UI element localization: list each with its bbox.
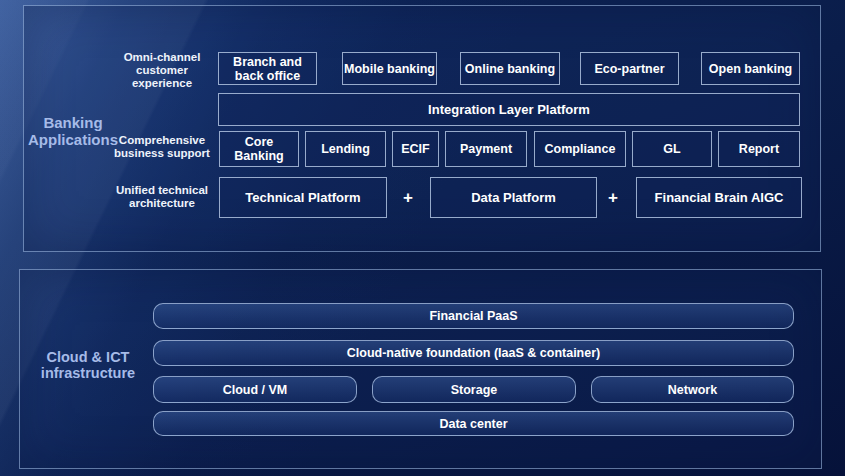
box-branch-and-back-office: Branch and back office bbox=[218, 52, 317, 85]
bar-cloud-native-foundation: Cloud-native foundation (IaaS & containe… bbox=[153, 340, 794, 366]
banking-applications-title: Banking Applications bbox=[23, 114, 123, 148]
bar-cloud-vm: Cloud / VM bbox=[153, 376, 357, 403]
box-technical-platform: Technical Platform bbox=[219, 177, 387, 218]
box-open-banking: Open banking bbox=[701, 52, 800, 85]
box-report: Report bbox=[718, 131, 800, 167]
box-integration-layer-platform: Integration Layer Platform bbox=[218, 93, 800, 126]
cloud-ict-title: Cloud & ICT infrastructure bbox=[28, 349, 148, 381]
bar-financial-paas: Financial PaaS bbox=[153, 303, 794, 329]
box-mobile-banking: Mobile banking bbox=[342, 52, 437, 85]
bar-storage: Storage bbox=[372, 376, 576, 403]
box-core-banking: Core Banking bbox=[219, 131, 299, 167]
box-financial-brain-aigc: Financial Brain AIGC bbox=[636, 177, 802, 218]
box-data-platform: Data Platform bbox=[430, 177, 597, 218]
plus-separator-icon: + bbox=[396, 189, 420, 207]
bar-data-center: Data center bbox=[153, 411, 794, 436]
box-online-banking: Online banking bbox=[460, 52, 560, 85]
architecture-diagram: Banking Applications Omni-channel custom… bbox=[0, 0, 845, 476]
box-lending: Lending bbox=[305, 131, 386, 167]
label-omni-channel: Omni-channel customer experience bbox=[112, 51, 212, 90]
box-payment: Payment bbox=[445, 131, 527, 167]
box-ecif: ECIF bbox=[392, 131, 439, 167]
box-gl: GL bbox=[632, 131, 712, 167]
label-unified-architecture: Unified technical architecture bbox=[112, 184, 212, 210]
plus-separator-icon: + bbox=[601, 189, 625, 207]
box-eco-partner: Eco-partner bbox=[580, 52, 679, 85]
label-business-support: Comprehensive business support bbox=[112, 134, 212, 160]
box-compliance: Compliance bbox=[534, 131, 626, 167]
bar-network: Network bbox=[591, 376, 794, 403]
